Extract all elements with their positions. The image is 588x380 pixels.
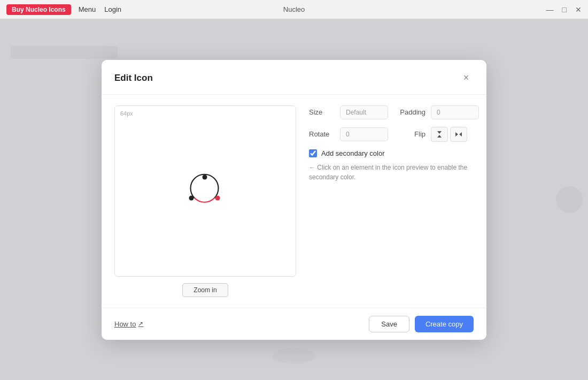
rotate-flip-row: Rotate Flip	[309, 127, 479, 142]
menu-item-login[interactable]: Login	[104, 5, 121, 13]
controls-panel: Size Padding Rotate Flip	[309, 105, 479, 297]
svg-marker-3	[437, 131, 442, 134]
size-padding-row: Size Padding	[309, 105, 479, 119]
flip-vertical-button[interactable]	[431, 127, 448, 142]
titlebar: Buy Nucleo Icons Menu Login Nucleo — □ ✕	[0, 0, 588, 19]
padding-label: Padding	[396, 108, 425, 116]
save-button[interactable]: Save	[369, 316, 409, 332]
howto-link[interactable]: How to ↗	[114, 320, 143, 328]
zoom-btn-container: Zoom in	[114, 283, 296, 297]
modal-overlay: Edit Icon × 64px	[0, 19, 588, 380]
external-link-icon: ↗	[138, 320, 143, 328]
flip-horizontal-button[interactable]	[450, 127, 467, 142]
howto-text: How to	[114, 320, 136, 328]
titlebar-controls: — □ ✕	[546, 6, 582, 13]
svg-point-0	[203, 174, 207, 179]
secondary-color-row: Add secondary color	[309, 149, 479, 157]
rotate-input[interactable]	[340, 127, 388, 141]
size-label: Size	[309, 108, 335, 116]
buy-nucleo-button[interactable]: Buy Nucleo Icons	[6, 4, 71, 15]
svg-point-2	[215, 195, 220, 200]
svg-marker-5	[455, 132, 458, 136]
svg-marker-4	[437, 135, 442, 138]
dialog-close-button[interactable]: ×	[459, 71, 474, 86]
titlebar-title: Nucleo	[283, 5, 305, 13]
secondary-color-hint: ← Click on an element in the icon previe…	[309, 163, 475, 182]
dialog-footer: How to ↗ Save Create copy	[102, 308, 486, 340]
rotate-label: Rotate	[309, 130, 335, 138]
zoom-in-button[interactable]: Zoom in	[182, 283, 228, 297]
secondary-color-checkbox[interactable]	[309, 149, 317, 157]
secondary-color-label[interactable]: Add secondary color	[321, 149, 385, 157]
flip-buttons	[431, 127, 467, 142]
close-window-button[interactable]: ✕	[575, 6, 582, 13]
flip-label: Flip	[396, 130, 425, 138]
dialog-title: Edit Icon	[114, 73, 153, 83]
dialog-body: 64px Zoom	[102, 95, 486, 308]
minimize-button[interactable]: —	[546, 6, 554, 13]
dialog-header: Edit Icon ×	[102, 60, 486, 95]
size-input[interactable]	[340, 105, 388, 119]
preview-box[interactable]: 64px	[114, 105, 296, 277]
flip-vertical-icon	[435, 130, 444, 139]
flip-horizontal-icon	[454, 130, 463, 139]
footer-buttons: Save Create copy	[369, 316, 474, 332]
edit-icon-dialog: Edit Icon × 64px	[102, 60, 486, 340]
padding-input[interactable]	[431, 105, 479, 119]
icon-preview-svg[interactable]	[181, 167, 229, 215]
menu-item-menu[interactable]: Menu	[79, 5, 96, 13]
preview-size-label: 64px	[120, 110, 133, 117]
titlebar-menu: Menu Login	[79, 5, 121, 13]
svg-marker-6	[459, 132, 462, 136]
svg-point-1	[189, 195, 194, 200]
maximize-button[interactable]: □	[562, 6, 567, 13]
preview-panel: 64px Zoom	[114, 105, 296, 297]
create-copy-button[interactable]: Create copy	[415, 316, 474, 332]
